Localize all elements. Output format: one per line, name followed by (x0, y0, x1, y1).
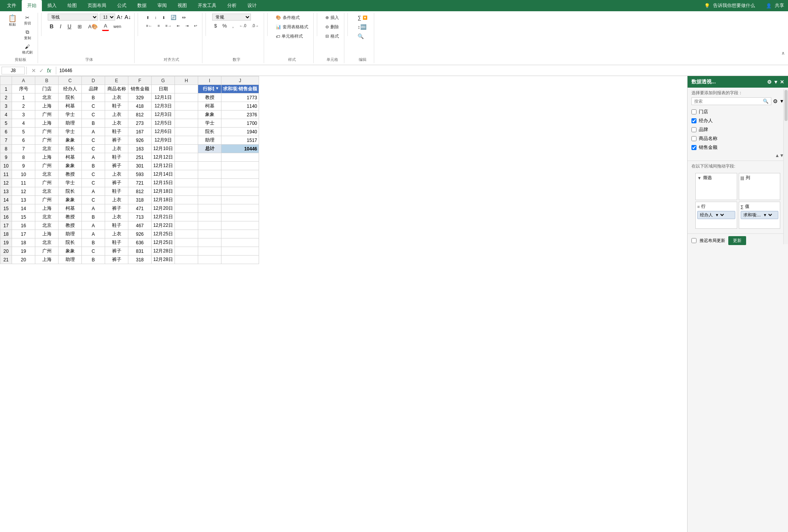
cell-D14[interactable]: C (82, 196, 105, 204)
cell-F20[interactable]: 831 (128, 247, 152, 256)
cell-F2[interactable]: 329 (128, 93, 152, 102)
cell-F11[interactable]: 593 (128, 170, 152, 179)
cell-D5[interactable]: B (82, 119, 105, 128)
font-color-button[interactable]: A (102, 22, 109, 31)
cell-C11[interactable]: 教授 (59, 170, 82, 179)
cell-F10[interactable]: 301 (128, 162, 152, 170)
cell-H8[interactable] (175, 145, 198, 153)
ribbon-collapse[interactable]: ∧ (781, 50, 785, 56)
cell-B11[interactable]: 北京 (35, 170, 59, 179)
number-format-select[interactable]: 常规 (212, 14, 251, 21)
cell-C1[interactable]: 经办人 (59, 85, 82, 93)
cell-A3[interactable]: 2 (12, 102, 35, 111)
cell-C17[interactable]: 教授 (59, 221, 82, 230)
col-header-A[interactable]: A (12, 76, 35, 85)
cell-I9[interactable] (198, 153, 221, 162)
cell-I4[interactable]: 象象 (198, 111, 221, 119)
cell-H9[interactable] (175, 153, 198, 162)
cell-A12[interactable]: 11 (12, 179, 35, 187)
cell-E19[interactable]: 鞋子 (105, 238, 128, 247)
cell-D6[interactable]: A (82, 128, 105, 136)
cell-D15[interactable]: A (82, 204, 105, 213)
confirm-formula-icon[interactable]: ✓ (39, 67, 44, 74)
font-name-select[interactable]: 等线 (48, 14, 98, 21)
cell-G6[interactable]: 12月6日 (152, 128, 175, 136)
tab-developer[interactable]: 开发工具 (192, 0, 222, 11)
cell-D17[interactable]: A (82, 221, 105, 230)
cell-A8[interactable]: 7 (12, 145, 35, 153)
cell-E10[interactable]: 裤子 (105, 162, 128, 170)
cell-B19[interactable]: 北京 (35, 238, 59, 247)
cell-F12[interactable]: 721 (128, 179, 152, 187)
cell-F17[interactable]: 467 (128, 221, 152, 230)
cell-J16[interactable] (221, 213, 259, 221)
cell-F19[interactable]: 636 (128, 238, 152, 247)
cell-D8[interactable]: C (82, 145, 105, 153)
cell-A2[interactable]: 1 (12, 93, 35, 102)
field-checkbox-门店[interactable] (691, 109, 696, 114)
cell-E12[interactable]: 裤子 (105, 179, 128, 187)
cell-H19[interactable] (175, 238, 198, 247)
cell-B14[interactable]: 广州 (35, 196, 59, 204)
tab-analyze[interactable]: 分析 (222, 0, 242, 11)
cell-I16[interactable] (198, 213, 221, 221)
tab-design[interactable]: 设计 (242, 0, 262, 11)
cell-B6[interactable]: 广州 (35, 128, 59, 136)
cell-C9[interactable]: 柯基 (59, 153, 82, 162)
cell-J14[interactable] (221, 196, 259, 204)
cell-F14[interactable]: 318 (128, 196, 152, 204)
text-dir-button[interactable]: ↩ (192, 22, 199, 29)
cell-I2[interactable]: 教授 (198, 93, 221, 102)
cell-A15[interactable]: 14 (12, 204, 35, 213)
cell-J2[interactable]: 1773 (221, 93, 259, 102)
cell-I10[interactable] (198, 162, 221, 170)
cell-H1[interactable] (175, 85, 198, 93)
cell-E3[interactable]: 鞋子 (105, 102, 128, 111)
field-checkbox-经办人[interactable] (691, 118, 696, 123)
tab-file[interactable]: 文件 (2, 0, 22, 11)
align-center-button[interactable]: ≡ (156, 22, 162, 29)
cell-C4[interactable]: 学士 (59, 111, 82, 119)
cell-H3[interactable] (175, 102, 198, 111)
cell-J15[interactable] (221, 204, 259, 213)
tab-view[interactable]: 视图 (172, 0, 192, 11)
search-label[interactable]: 告诉我你想要做什么 (713, 2, 755, 9)
cell-A19[interactable]: 18 (12, 238, 35, 247)
bold-button[interactable]: B (48, 22, 55, 31)
panel-dropdown-icon[interactable]: ▼ (773, 79, 778, 85)
cell-G12[interactable]: 12月15日 (152, 179, 175, 187)
cell-E21[interactable]: 裤子 (105, 256, 128, 264)
cell-C18[interactable]: 助理 (59, 230, 82, 238)
cond-format-button[interactable]: 🎨条件格式 (274, 14, 310, 22)
sort-button[interactable]: ↕🔤 (356, 23, 369, 31)
cell-E9[interactable]: 鞋子 (105, 153, 128, 162)
cell-I7[interactable]: 助理 (198, 136, 221, 145)
align-bot-button[interactable]: ⬇ (160, 14, 167, 21)
paste-button[interactable]: 📋 粘贴 (6, 14, 19, 56)
tab-review[interactable]: 审阅 (152, 0, 172, 11)
cell-E4[interactable]: 上衣 (105, 111, 128, 119)
cell-E15[interactable]: 裤子 (105, 204, 128, 213)
cell-A6[interactable]: 5 (12, 128, 35, 136)
dec-dec-button[interactable]: .0→ (250, 22, 261, 29)
cell-G15[interactable]: 12月20日 (152, 204, 175, 213)
cell-C15[interactable]: 柯基 (59, 204, 82, 213)
cell-A13[interactable]: 12 (12, 187, 35, 196)
cell-G14[interactable]: 12月18日 (152, 196, 175, 204)
cell-H2[interactable] (175, 93, 198, 102)
cell-C6[interactable]: 学士 (59, 128, 82, 136)
value-field-dropdown[interactable]: ▼ (762, 212, 773, 218)
cell-J6[interactable]: 1940 (221, 128, 259, 136)
cell-G19[interactable]: 12月25日 (152, 238, 175, 247)
cell-G3[interactable]: 12月3日 (152, 102, 175, 111)
cell-J8[interactable]: 10446 (221, 145, 259, 153)
cell-B9[interactable]: 上海 (35, 153, 59, 162)
cell-G8[interactable]: 12月10日 (152, 145, 175, 153)
cell-style-button[interactable]: 🏷单元格样式 (274, 32, 310, 40)
format-painter-button[interactable]: 🖌 格式刷 (20, 43, 35, 56)
cell-J3[interactable]: 1140 (221, 102, 259, 111)
cell-A14[interactable]: 13 (12, 196, 35, 204)
cell-B13[interactable]: 北京 (35, 187, 59, 196)
wen-button[interactable]: wen (111, 23, 123, 30)
cell-reference[interactable] (2, 67, 25, 74)
